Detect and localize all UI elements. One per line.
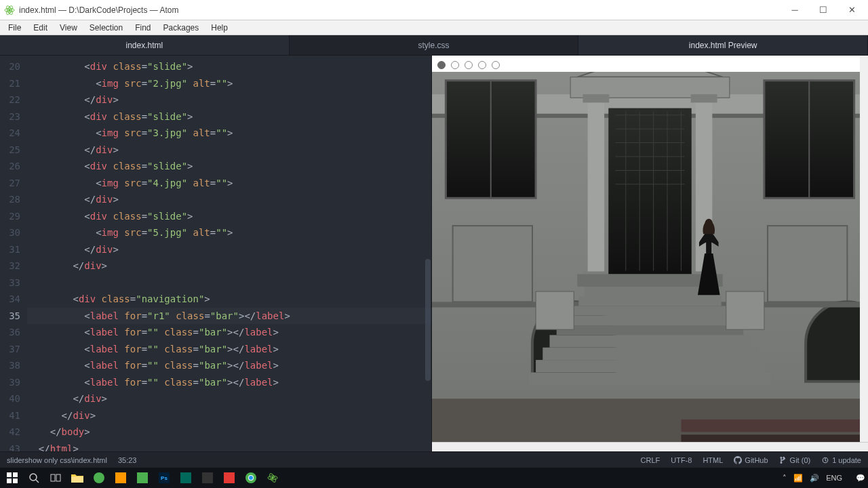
taskbar-atom-icon[interactable]	[263, 468, 282, 487]
search-icon[interactable]	[24, 468, 43, 487]
tab-0[interactable]: index.html	[0, 35, 290, 55]
status-encoding[interactable]: UTF-8	[671, 456, 692, 464]
line-number: 30	[3, 224, 20, 241]
editor-scrollbar[interactable]	[425, 56, 431, 451]
line-number: 41	[3, 407, 20, 424]
status-cursor[interactable]: 35:23	[118, 456, 137, 464]
line-number: 38	[3, 357, 20, 374]
editor-pane[interactable]: 2021222324252627282930313233343536373839…	[0, 56, 431, 451]
file-explorer-icon[interactable]	[68, 468, 87, 487]
code-line[interactable]: </div>	[27, 241, 431, 258]
svg-rect-11	[583, 94, 609, 102]
svg-rect-39	[550, 335, 751, 347]
code-line[interactable]: <img src="2.jpg" alt="">	[27, 75, 431, 92]
task-view-icon[interactable]	[46, 468, 65, 487]
line-number: 28	[3, 191, 20, 208]
status-language[interactable]: HTML	[703, 456, 723, 464]
code-line[interactable]: </html>	[27, 441, 431, 452]
nav-dot[interactable]	[451, 61, 459, 69]
nav-dot[interactable]	[478, 61, 486, 69]
line-number: 23	[3, 108, 20, 125]
atom-icon	[4, 5, 15, 16]
line-number: 22	[3, 92, 20, 108]
menu-file[interactable]: File	[3, 22, 26, 34]
line-number: 32	[3, 258, 20, 274]
taskbar-app-6[interactable]	[198, 468, 217, 487]
start-button[interactable]	[3, 468, 22, 487]
line-number: 33	[3, 274, 20, 291]
menu-selection[interactable]: Selection	[84, 22, 128, 34]
code-line[interactable]: </div>	[27, 407, 431, 424]
window-title: index.html — D:\DarkCode\Projects — Atom	[19, 5, 787, 15]
preview-content[interactable]	[432, 56, 868, 451]
code-line[interactable]: </div>	[27, 92, 431, 108]
tray-language[interactable]: ENG	[826, 474, 842, 482]
status-path[interactable]: slidershow only css\index.html	[7, 456, 107, 464]
nav-dot[interactable]	[465, 61, 473, 69]
menu-packages[interactable]: Packages	[158, 22, 205, 34]
code-line[interactable]: <div class="navigation">	[27, 291, 431, 308]
status-eol[interactable]: CRLF	[641, 456, 660, 464]
tray-chevron-up-icon[interactable]: ˄	[783, 474, 787, 483]
system-tray[interactable]: ˄ 📶 🔊 ENG 💬	[783, 474, 865, 483]
taskbar-app-3[interactable]	[133, 468, 152, 487]
code-line[interactable]: </div>	[27, 191, 431, 208]
svg-point-55	[30, 474, 37, 481]
svg-point-63	[271, 476, 274, 479]
status-updates[interactable]: 1 update	[821, 456, 861, 464]
tray-volume-icon[interactable]: 🔊	[810, 474, 819, 483]
menu-edit[interactable]: Edit	[28, 22, 53, 34]
line-number: 43	[3, 441, 20, 452]
tab-2[interactable]: index.html Preview	[578, 35, 868, 55]
code-line[interactable]: </div>	[27, 390, 431, 407]
taskbar-app-1[interactable]	[90, 468, 108, 487]
code-line[interactable]: <label for="" class="bar"></label>	[27, 341, 431, 358]
menu-view[interactable]: View	[54, 22, 83, 34]
menu-find[interactable]: Find	[130, 22, 156, 34]
code-line[interactable]: <label for="" class="bar"></label>	[27, 357, 431, 374]
taskbar-app-2[interactable]	[111, 468, 130, 487]
menu-help[interactable]: Help	[205, 22, 233, 34]
close-button[interactable]: ✕	[844, 2, 860, 18]
svg-rect-45	[726, 291, 764, 329]
tray-notifications-icon[interactable]: 💬	[856, 474, 865, 483]
code-line[interactable]: <div class="slide">	[27, 158, 431, 175]
svg-rect-44	[536, 291, 574, 329]
svg-rect-57	[51, 474, 55, 481]
code-line[interactable]: <div class="slide">	[27, 58, 431, 75]
code-area[interactable]: <div class="slide"> <img src="2.jpg" alt…	[27, 56, 431, 451]
code-line[interactable]: <img src="4.jpg" alt="">	[27, 175, 431, 192]
line-number: 24	[3, 125, 20, 142]
taskbar-app-4[interactable]: Ps	[155, 468, 174, 487]
code-line[interactable]: <img src="3.jpg" alt="">	[27, 125, 431, 142]
code-line[interactable]: <label for="r1" class="bar"></label>	[27, 308, 431, 325]
line-number: 25	[3, 142, 20, 159]
code-line[interactable]: <div class="slide">	[27, 208, 431, 225]
titlebar: index.html — D:\DarkCode\Projects — Atom…	[0, 0, 868, 20]
code-line[interactable]: </div>	[27, 258, 431, 274]
svg-marker-7	[577, 72, 722, 77]
code-line[interactable]: <div class="slide">	[27, 108, 431, 125]
taskbar-chrome-icon[interactable]	[241, 468, 260, 487]
code-line[interactable]: </div>	[27, 142, 431, 159]
nav-dot[interactable]	[437, 61, 446, 69]
preview-vertical-scrollbar[interactable]	[860, 56, 868, 442]
tray-network-icon[interactable]: 📶	[793, 474, 803, 483]
nav-dot[interactable]	[492, 61, 500, 69]
taskbar-app-7[interactable]	[220, 468, 239, 487]
taskbar-app-5[interactable]	[176, 468, 195, 487]
code-line[interactable]: <img src="5.jpg" alt="">	[27, 224, 431, 241]
svg-rect-51	[7, 472, 12, 477]
tab-1[interactable]: style.css	[290, 35, 579, 55]
minimize-button[interactable]: ─	[787, 2, 803, 18]
code-line[interactable]: </body>	[27, 424, 431, 441]
status-git[interactable]: Git (0)	[779, 456, 811, 464]
code-line[interactable]	[27, 274, 431, 291]
svg-rect-41	[536, 360, 764, 372]
preview-horizontal-scrollbar[interactable]	[432, 442, 868, 451]
line-number: 36	[3, 324, 20, 341]
code-line[interactable]: <label for="" class="bar"></label>	[27, 374, 431, 391]
status-github[interactable]: GitHub	[734, 456, 768, 464]
maximize-button[interactable]: ☐	[815, 2, 831, 18]
code-line[interactable]: <label for="" class="bar"></label>	[27, 324, 431, 341]
